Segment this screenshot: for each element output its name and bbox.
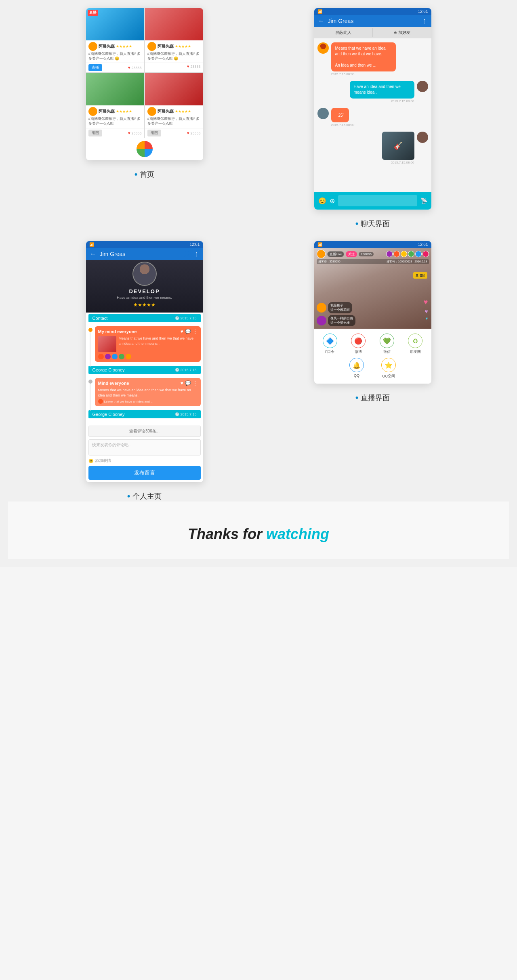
more-icon[interactable]: ⋮	[422, 18, 427, 24]
live-label: 直播界面	[355, 392, 390, 403]
feed-avatar-1	[88, 42, 97, 51]
spacer	[86, 420, 203, 423]
feed-username-row-4: 阿晨先森 ★★★★★	[147, 107, 201, 116]
add-friend-btn[interactable]: ⊕ 加好友	[373, 28, 431, 37]
weibo-icon: 🔴	[351, 334, 366, 348]
feed-username-1: 阿晨先森	[99, 44, 115, 49]
broadcaster-avatar	[317, 250, 326, 258]
timeline-column-1	[88, 326, 92, 362]
viewer-count: 288006	[359, 252, 374, 256]
emoji-icon[interactable]: 😊	[318, 197, 326, 205]
feed-footer-4: 组图 ♥ 23356	[145, 128, 203, 138]
feed-img-4	[145, 73, 203, 105]
feed-desc-4: #斯德哥尔摩旅行，新人直播# 多多关注一么么哒	[147, 117, 201, 126]
live-sm-av-6	[422, 251, 429, 257]
comment-action-2[interactable]: 💬	[185, 380, 191, 386]
more-action-2[interactable]: ⋮	[193, 380, 198, 386]
contact-section: Contact 🕐 2015.7.15 My mi	[86, 314, 203, 423]
msg-wrap-2: Have an idea and then we means idea . 20…	[350, 81, 414, 103]
msg-time-4: 2015.7.15.08:00	[391, 161, 414, 164]
msg-bubble-1: Means that we have an idea and then we t…	[331, 42, 396, 71]
msg-avatar-4	[417, 132, 428, 143]
feed-username-row-3: 阿晨先森 ★★★★★	[88, 107, 142, 116]
chat-input[interactable]	[338, 195, 417, 206]
chat-nav: ← Jim Greas 👤 ⋮	[314, 15, 431, 27]
comment-action-1[interactable]: 💬	[185, 329, 191, 334]
back-icon[interactable]: ←	[318, 17, 325, 25]
home-label: 首页	[135, 169, 155, 180]
follow-btn[interactable]: 关注	[346, 251, 357, 257]
img-bubble-content: 🎸	[382, 132, 414, 160]
chat-bottom-bar: 😊 ⊕ 📡	[314, 192, 431, 210]
share-grid: 🔷 F口令 🔴 微博 💚 微信 ♻ 朋友圈	[317, 334, 428, 355]
live-avatars-row	[386, 251, 429, 257]
profile-nav: ← Jim Greas 👤 ⋮	[86, 248, 203, 260]
group-btn-3[interactable]: 组图	[88, 130, 102, 136]
weibo-label: 微博	[355, 349, 362, 355]
fkouling-icon: 🔷	[323, 334, 337, 348]
post-text-1: Means that we have and then we that we h…	[119, 336, 198, 346]
contact-label: Contact	[92, 316, 108, 321]
share-item-qqspace[interactable]: ⭐ QQ空间	[374, 358, 403, 379]
audio-bubble[interactable]: 25"	[331, 108, 349, 122]
feed-username-2: 阿晨先森	[158, 44, 174, 49]
feed-card-2: 阿晨先森 ★★★★★ #斯德哥尔摩旅行，新人直播# 多多关注一么么哒 😊 ♥ 2…	[145, 8, 203, 72]
share-item-weibo[interactable]: 🔴 微博	[346, 334, 371, 355]
plus-icon[interactable]: ⊕	[330, 197, 335, 205]
screen-live-wrapper: 📶 12:61 直播Live 关注	[265, 241, 481, 502]
timeline-dot-1	[88, 328, 92, 332]
live-coins: 播客币：3530590	[318, 260, 340, 264]
live-sm-av-3	[401, 251, 407, 257]
add-emoji-btn[interactable]: 🙂 添加表情	[88, 458, 201, 464]
msg-wrap-1: Means that we have an idea and then we t…	[331, 42, 396, 76]
heart-action-2[interactable]: ♥	[180, 380, 183, 386]
chat-status-bar: 📶 12:61	[314, 8, 431, 15]
fkouling-label: F口令	[325, 349, 335, 355]
timeline-line-2	[90, 381, 90, 411]
profile-back-icon[interactable]: ←	[90, 250, 97, 258]
group-btn-4[interactable]: 组图	[147, 130, 161, 136]
msg-row-4: 🎸 2015.7.15.08:00	[317, 132, 428, 164]
live-sm-av-2	[393, 251, 400, 257]
msg-wrap-4: 🎸 2015.7.15.08:00	[382, 132, 414, 164]
home-logo	[86, 138, 203, 160]
feed-avatar-4	[147, 107, 156, 116]
heart-icon-4: ♥	[187, 131, 189, 135]
profile-more-icon[interactable]: ⋮	[193, 251, 199, 257]
comment-input[interactable]: 快来发表你的评论吧...	[88, 439, 201, 455]
profile-stars: ★★★★★	[133, 302, 156, 308]
chat-label: 聊天界面	[355, 218, 390, 229]
more-action-1[interactable]: ⋮	[193, 329, 198, 334]
heart-action-1[interactable]: ♥	[180, 329, 183, 334]
feed-footer-3: 组图 ♥ 23356	[86, 128, 144, 138]
live-btn-1[interactable]: 直播	[88, 64, 102, 71]
screen-profile-wrapper: 📶 12:61 ← Jim Greas 👤 ⋮	[36, 241, 252, 502]
publish-btn[interactable]: 发布留言	[88, 466, 201, 480]
share-item-fkouling[interactable]: 🔷 F口令	[317, 334, 343, 355]
feed-desc-3: #斯德哥尔摩旅行，新人直播# 多多关注一么么哒	[88, 117, 142, 126]
view-comments-btn[interactable]: 查看评论306条...	[88, 426, 201, 437]
feed-img-3	[86, 73, 144, 105]
timeline-item-1: My mind everyone ♥ 💬 ⋮ Means that we hav…	[86, 324, 203, 364]
profile-person-icon[interactable]: 👤	[183, 251, 190, 257]
feed-likes-3: ♥ 23356	[128, 131, 141, 135]
feed-likes-1: ♥ 23356	[128, 65, 141, 70]
live-top-row: 直播Live 关注 288006	[317, 250, 429, 258]
person-icon[interactable]: 👤	[412, 18, 418, 24]
george-date: 🕐 2015.7.15	[175, 368, 197, 372]
small-av-5	[126, 354, 131, 359]
profile-name: DEVELOP	[129, 288, 160, 294]
chat-nav-title: Jim Greas	[328, 18, 412, 24]
emoji-add-icon: 🙂	[88, 459, 93, 463]
send-icon[interactable]: 📡	[420, 197, 427, 204]
live-chat-overlay: 我是狐子 送一个樱花雨 像风一样的自由 送一个荧光棒	[317, 302, 411, 326]
img-bubble: 🎸	[382, 132, 414, 160]
share-item-wechat[interactable]: 💚 微信	[374, 334, 400, 355]
share-item-moments[interactable]: ♻ 朋友圈	[403, 334, 428, 355]
feed-img-1: 直播	[86, 8, 144, 40]
block-btn[interactable]: 屏蔽此人	[314, 28, 373, 37]
qq-icon: 🔔	[349, 358, 364, 372]
gift-count-1: X 08	[413, 272, 427, 279]
share-item-qq[interactable]: 🔔 QQ	[343, 358, 371, 379]
timeline-card-2: Mind everyone ♥ 💬 ⋮ Means that we have a…	[95, 378, 201, 406]
